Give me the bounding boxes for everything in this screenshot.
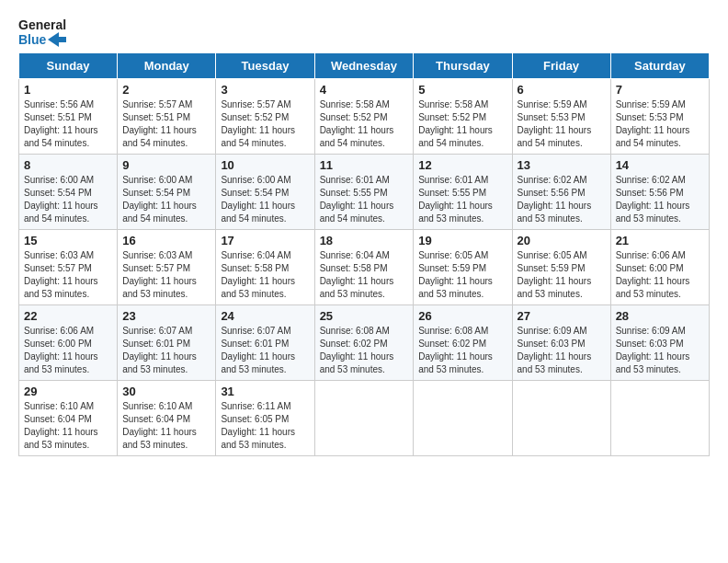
calendar-cell: 14 Sunrise: 6:02 AMSunset: 5:56 PMDaylig… <box>610 155 709 230</box>
cell-info: Sunrise: 6:01 AMSunset: 5:55 PMDaylight:… <box>418 175 493 224</box>
calendar-cell: 16 Sunrise: 6:03 AMSunset: 5:57 PMDaylig… <box>118 230 216 305</box>
calendar-cell: 5 Sunrise: 5:58 AMSunset: 5:52 PMDayligh… <box>414 79 512 155</box>
calendar-cell: 28 Sunrise: 6:09 AMSunset: 6:03 PMDaylig… <box>610 305 709 381</box>
cell-info: Sunrise: 6:04 AMSunset: 5:58 PMDaylight:… <box>320 250 394 299</box>
svg-marker-0 <box>48 32 66 47</box>
calendar-cell: 12 Sunrise: 6:01 AMSunset: 5:55 PMDaylig… <box>414 155 512 230</box>
day-number: 28 <box>616 309 704 323</box>
day-number: 23 <box>122 309 210 323</box>
calendar-cell: 9 Sunrise: 6:00 AMSunset: 5:54 PMDayligh… <box>118 155 216 230</box>
calendar-cell: 8 Sunrise: 6:00 AMSunset: 5:54 PMDayligh… <box>19 155 118 230</box>
day-number: 16 <box>122 234 210 247</box>
day-number: 10 <box>221 158 309 172</box>
calendar-cell: 10 Sunrise: 6:00 AMSunset: 5:54 PMDaylig… <box>216 155 314 230</box>
cell-info: Sunrise: 6:10 AMSunset: 6:04 PMDaylight:… <box>24 401 98 450</box>
day-number: 24 <box>221 309 309 323</box>
cell-info: Sunrise: 5:56 AMSunset: 5:51 PMDaylight:… <box>24 99 98 148</box>
calendar-cell: 20 Sunrise: 6:05 AMSunset: 5:59 PMDaylig… <box>512 230 610 305</box>
day-number: 21 <box>616 234 704 247</box>
day-number: 8 <box>24 158 112 172</box>
day-number: 2 <box>122 83 210 97</box>
day-number: 17 <box>221 234 309 247</box>
calendar-cell: 7 Sunrise: 5:59 AMSunset: 5:53 PMDayligh… <box>610 79 709 155</box>
calendar-cell <box>610 381 709 456</box>
calendar-week-1: 1 Sunrise: 5:56 AMSunset: 5:51 PMDayligh… <box>19 79 710 155</box>
cell-info: Sunrise: 6:09 AMSunset: 6:03 PMDaylight:… <box>518 326 592 374</box>
calendar-week-2: 8 Sunrise: 6:00 AMSunset: 5:54 PMDayligh… <box>19 155 710 230</box>
cell-info: Sunrise: 5:58 AMSunset: 5:52 PMDaylight:… <box>320 99 394 148</box>
day-number: 26 <box>418 309 506 323</box>
day-number: 25 <box>320 309 409 323</box>
day-number: 13 <box>518 158 606 172</box>
cell-info: Sunrise: 6:10 AMSunset: 6:04 PMDaylight:… <box>122 401 197 450</box>
cell-info: Sunrise: 6:00 AMSunset: 5:54 PMDaylight:… <box>24 175 98 224</box>
logo-arrow-icon <box>48 32 66 47</box>
calendar-cell: 19 Sunrise: 6:05 AMSunset: 5:59 PMDaylig… <box>414 230 512 305</box>
calendar-cell: 23 Sunrise: 6:07 AMSunset: 6:01 PMDaylig… <box>118 305 216 381</box>
calendar-cell: 18 Sunrise: 6:04 AMSunset: 5:58 PMDaylig… <box>314 230 414 305</box>
cell-info: Sunrise: 5:58 AMSunset: 5:52 PMDaylight:… <box>418 99 493 148</box>
day-number: 18 <box>320 234 409 247</box>
calendar-cell: 26 Sunrise: 6:08 AMSunset: 6:02 PMDaylig… <box>414 305 512 381</box>
cell-info: Sunrise: 6:04 AMSunset: 5:58 PMDaylight:… <box>221 250 295 299</box>
weekday-tuesday: Tuesday <box>216 53 314 79</box>
day-number: 9 <box>122 158 210 172</box>
calendar-cell: 27 Sunrise: 6:09 AMSunset: 6:03 PMDaylig… <box>512 305 610 381</box>
cell-info: Sunrise: 6:05 AMSunset: 5:59 PMDaylight:… <box>518 250 592 299</box>
calendar-week-4: 22 Sunrise: 6:06 AMSunset: 6:00 PMDaylig… <box>19 305 710 381</box>
calendar-cell: 29 Sunrise: 6:10 AMSunset: 6:04 PMDaylig… <box>19 381 118 456</box>
day-number: 14 <box>616 158 704 172</box>
cell-info: Sunrise: 6:07 AMSunset: 6:01 PMDaylight:… <box>221 326 295 374</box>
cell-info: Sunrise: 6:01 AMSunset: 5:55 PMDaylight:… <box>320 175 394 224</box>
weekday-friday: Friday <box>512 53 610 79</box>
day-number: 7 <box>616 83 704 97</box>
cell-info: Sunrise: 6:02 AMSunset: 5:56 PMDaylight:… <box>518 175 592 224</box>
calendar-cell: 17 Sunrise: 6:04 AMSunset: 5:58 PMDaylig… <box>216 230 314 305</box>
cell-info: Sunrise: 6:00 AMSunset: 5:54 PMDaylight:… <box>221 175 295 224</box>
weekday-sunday: Sunday <box>19 53 118 79</box>
day-number: 4 <box>320 83 409 97</box>
weekday-monday: Monday <box>118 53 216 79</box>
day-number: 6 <box>518 83 606 97</box>
day-number: 20 <box>518 234 606 247</box>
cell-info: Sunrise: 6:02 AMSunset: 5:56 PMDaylight:… <box>616 175 690 224</box>
cell-info: Sunrise: 6:06 AMSunset: 6:00 PMDaylight:… <box>24 326 98 374</box>
cell-info: Sunrise: 6:09 AMSunset: 6:03 PMDaylight:… <box>616 326 690 374</box>
calendar-week-5: 29 Sunrise: 6:10 AMSunset: 6:04 PMDaylig… <box>19 381 710 456</box>
weekday-wednesday: Wednesday <box>314 53 414 79</box>
calendar-cell: 31 Sunrise: 6:11 AMSunset: 6:05 PMDaylig… <box>216 381 314 456</box>
cell-info: Sunrise: 6:03 AMSunset: 5:57 PMDaylight:… <box>24 250 98 299</box>
calendar-cell: 3 Sunrise: 5:57 AMSunset: 5:52 PMDayligh… <box>216 79 314 155</box>
calendar-cell: 6 Sunrise: 5:59 AMSunset: 5:53 PMDayligh… <box>512 79 610 155</box>
calendar-cell <box>314 381 414 456</box>
cell-info: Sunrise: 5:59 AMSunset: 5:53 PMDaylight:… <box>616 99 690 148</box>
calendar-body: 1 Sunrise: 5:56 AMSunset: 5:51 PMDayligh… <box>19 79 710 456</box>
logo-text-blue: Blue <box>18 33 46 47</box>
cell-info: Sunrise: 5:57 AMSunset: 5:51 PMDaylight:… <box>122 99 197 148</box>
cell-info: Sunrise: 6:00 AMSunset: 5:54 PMDaylight:… <box>122 175 197 224</box>
calendar-cell <box>414 381 512 456</box>
calendar-cell: 4 Sunrise: 5:58 AMSunset: 5:52 PMDayligh… <box>314 79 414 155</box>
cell-info: Sunrise: 5:57 AMSunset: 5:52 PMDaylight:… <box>221 99 295 148</box>
cell-info: Sunrise: 6:11 AMSunset: 6:05 PMDaylight:… <box>221 401 295 450</box>
day-number: 22 <box>24 309 112 323</box>
day-number: 31 <box>221 385 309 398</box>
day-number: 11 <box>320 158 409 172</box>
calendar-week-3: 15 Sunrise: 6:03 AMSunset: 5:57 PMDaylig… <box>19 230 710 305</box>
weekday-saturday: Saturday <box>610 53 709 79</box>
calendar-cell: 15 Sunrise: 6:03 AMSunset: 5:57 PMDaylig… <box>19 230 118 305</box>
cell-info: Sunrise: 6:08 AMSunset: 6:02 PMDaylight:… <box>320 326 394 374</box>
calendar-cell: 25 Sunrise: 6:08 AMSunset: 6:02 PMDaylig… <box>314 305 414 381</box>
calendar-table: SundayMondayTuesdayWednesdayThursdayFrid… <box>18 52 710 456</box>
logo-text-general: General <box>18 18 66 32</box>
calendar-cell: 2 Sunrise: 5:57 AMSunset: 5:51 PMDayligh… <box>118 79 216 155</box>
calendar-cell: 22 Sunrise: 6:06 AMSunset: 6:00 PMDaylig… <box>19 305 118 381</box>
calendar-cell: 11 Sunrise: 6:01 AMSunset: 5:55 PMDaylig… <box>314 155 414 230</box>
cell-info: Sunrise: 6:07 AMSunset: 6:01 PMDaylight:… <box>122 326 197 374</box>
calendar-cell: 13 Sunrise: 6:02 AMSunset: 5:56 PMDaylig… <box>512 155 610 230</box>
cell-info: Sunrise: 6:05 AMSunset: 5:59 PMDaylight:… <box>418 250 493 299</box>
day-number: 3 <box>221 83 309 97</box>
calendar-cell <box>512 381 610 456</box>
day-number: 12 <box>418 158 506 172</box>
cell-info: Sunrise: 6:08 AMSunset: 6:02 PMDaylight:… <box>418 326 493 374</box>
